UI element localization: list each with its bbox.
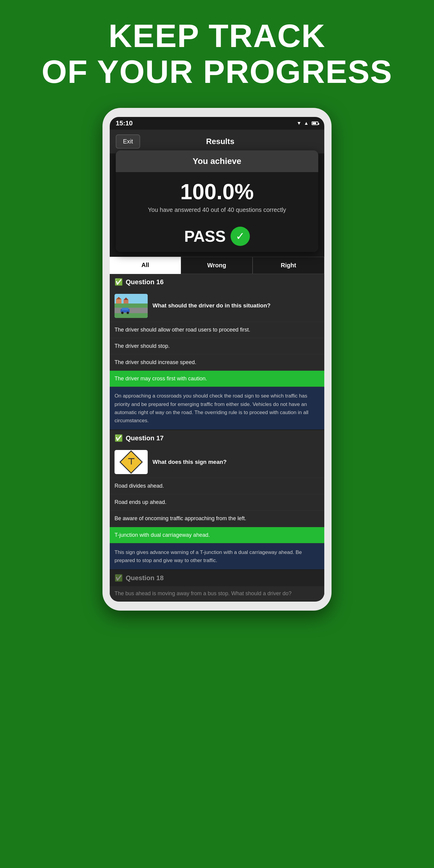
check-icon-16: ✅ — [115, 278, 123, 286]
answer-17-2[interactable]: Road ends up ahead. — [110, 494, 324, 510]
explanation-16: On approaching a crossroads you should c… — [110, 387, 324, 430]
question-16-image-row: What should the driver do in this situat… — [110, 290, 324, 321]
check-icon-17: ✅ — [115, 434, 123, 442]
question-16-text: What should the driver do in this situat… — [153, 302, 319, 310]
answer-16-2[interactable]: The driver should stop. — [110, 338, 324, 354]
percentage-text: 100.0% — [122, 179, 312, 204]
achieve-text: You achieve — [193, 156, 241, 166]
answer-17-1-text: Road divides ahead. — [115, 483, 164, 489]
answer-16-3[interactable]: The driver should increase speed. — [110, 354, 324, 370]
svg-rect-2 — [115, 308, 148, 313]
app-header: Exit Results — [110, 130, 324, 153]
svg-point-11 — [127, 312, 129, 314]
status-icons: ▼ ▲ — [297, 121, 318, 126]
answer-16-4[interactable]: The driver may cross first with caution. — [110, 370, 324, 387]
exit-button[interactable]: Exit — [116, 134, 140, 149]
app-header-title: Results — [146, 137, 294, 146]
answered-text: You have answered 40 out of 40 questions… — [122, 207, 312, 213]
answer-16-3-text: The driver should increase speed. — [115, 359, 196, 365]
answer-16-2-text: The driver should stop. — [115, 343, 170, 349]
svg-rect-1 — [115, 304, 148, 308]
svg-rect-6 — [124, 300, 128, 304]
pass-checkmark-icon: ✓ — [230, 227, 250, 246]
question-block-17: ✅ Question 17 — [110, 430, 324, 569]
question-17-thumbnail: ⊤ — [115, 450, 148, 474]
answer-16-4-text: The driver may cross first with caution. — [115, 375, 207, 381]
answer-17-4[interactable]: T-junction with dual carriageway ahead. — [110, 527, 324, 543]
question-16-header: ✅ Question 16 — [110, 274, 324, 290]
question-17-text: What does this sign mean? — [153, 458, 319, 466]
tab-wrong[interactable]: Wrong — [181, 257, 253, 274]
answer-17-2-text: Road ends up ahead. — [115, 499, 166, 505]
answer-17-4-text: T-junction with dual carriageway ahead. — [115, 532, 210, 538]
tab-right[interactable]: Right — [253, 257, 324, 274]
question-17-label: Question 17 — [126, 434, 164, 442]
question-16-thumbnail — [115, 294, 148, 318]
results-card-header: You achieve — [116, 150, 318, 172]
sign-scene-17: ⊤ — [115, 450, 148, 474]
signal-icon: ▲ — [304, 121, 309, 126]
road-scene-16 — [115, 294, 148, 318]
answer-16-1-text: The driver should allow other road users… — [115, 327, 250, 333]
svg-text:⊤: ⊤ — [127, 457, 135, 466]
battery-icon — [312, 121, 318, 125]
answer-16-1[interactable]: The driver should allow other road users… — [110, 321, 324, 338]
filter-tabs: All Wrong Right — [110, 257, 324, 274]
answer-17-1[interactable]: Road divides ahead. — [110, 478, 324, 494]
svg-rect-9 — [122, 308, 128, 310]
svg-point-10 — [121, 312, 124, 314]
pass-row: PASS ✓ — [116, 221, 318, 252]
question-18-label: Question 18 — [126, 574, 164, 582]
question-block-18: ✅ Question 18 The bus ahead is moving aw… — [110, 570, 324, 601]
bottom-background — [0, 611, 434, 868]
question-16-label: Question 16 — [126, 278, 164, 286]
question-18-text: The bus ahead is moving away from a bus … — [110, 586, 324, 601]
answer-17-3-text: Be aware of oncoming traffic approaching… — [115, 516, 246, 521]
question-block-16: ✅ Question 16 — [110, 274, 324, 430]
explanation-17-text: This sign gives advance warning of a T-j… — [115, 550, 302, 563]
hero-line2: OF YOUR PROGRESS — [12, 54, 422, 90]
explanation-17: This sign gives advance warning of a T-j… — [110, 543, 324, 569]
wifi-icon: ▼ — [297, 121, 301, 126]
svg-rect-3 — [115, 313, 148, 318]
results-card-body: 100.0% You have answered 40 out of 40 qu… — [116, 172, 318, 221]
check-icon-18: ✅ — [115, 574, 123, 582]
questions-list: ✅ Question 16 — [110, 274, 324, 601]
hero-text: KEEP TRACK OF YOUR PROGRESS — [0, 0, 434, 102]
hero-line1: KEEP TRACK — [12, 18, 422, 54]
phone-screen: Exit Results You achieve 100.0% You have… — [110, 130, 324, 602]
status-time: 15:10 — [116, 119, 133, 127]
svg-rect-4 — [116, 299, 121, 304]
answer-17-3[interactable]: Be aware of oncoming traffic approaching… — [110, 510, 324, 527]
question-17-header: ✅ Question 17 — [110, 430, 324, 446]
explanation-16-text: On approaching a crossroads you should c… — [115, 393, 308, 424]
question-17-image-row: ⊤ What does this sign mean? — [110, 446, 324, 478]
pass-label: PASS — [184, 227, 226, 245]
results-card: You achieve 100.0% You have answered 40 … — [116, 150, 318, 252]
tab-all[interactable]: All — [110, 257, 181, 274]
question-18-header: ✅ Question 18 — [110, 570, 324, 586]
phone-frame: 15:10 ▼ ▲ Exit Results You achieve — [102, 108, 332, 611]
status-bar: 15:10 ▼ ▲ — [110, 117, 324, 130]
